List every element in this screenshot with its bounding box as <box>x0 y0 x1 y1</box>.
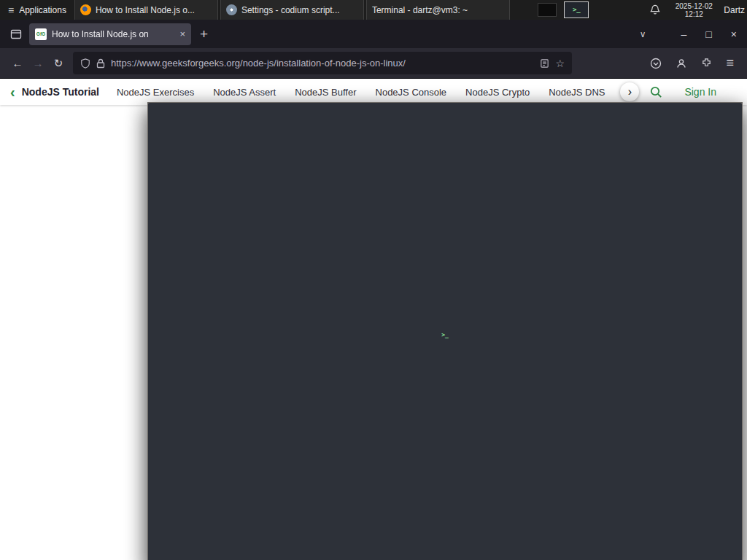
tutorial-title[interactable]: NodeJS Tutorial <box>22 86 99 98</box>
site-nav-header: ‹ NodeJS Tutorial NodeJS ExercisesNodeJS… <box>0 79 747 105</box>
panel-window-buttons: How to Install Node.js o...Settings - co… <box>74 0 512 20</box>
lock-icon[interactable] <box>96 58 105 69</box>
window-maximize-button[interactable]: □ <box>705 28 711 40</box>
applications-icon: ≡ <box>8 4 14 16</box>
site-nav-items: NodeJS ExercisesNodeJS AssertNodeJS Buff… <box>117 87 619 98</box>
clock-time: 12:12 <box>670 10 717 18</box>
tray-terminal-icon[interactable]: >_ <box>564 1 589 18</box>
sign-in-button[interactable]: Sign In <box>684 86 716 98</box>
reload-button[interactable]: ↻ <box>48 57 69 70</box>
menu-hamburger-icon[interactable]: ≡ <box>726 55 734 71</box>
site-nav-item[interactable]: NodeJS Crypto <box>465 87 530 98</box>
panel-window-title: How to Install Node.js o... <box>96 5 195 15</box>
top-panel: ≡ Applications How to Install Node.js o.… <box>0 0 747 20</box>
pocket-icon[interactable] <box>650 58 662 69</box>
panel-clock[interactable]: 2025-12-02 12:12 <box>670 2 717 18</box>
panel-window-title: Settings - codium script... <box>241 5 340 15</box>
new-tab-button[interactable]: + <box>200 26 208 42</box>
panel-window-title: Terminal - dartz@vm3: ~ <box>372 5 468 15</box>
settings-icon <box>226 4 237 15</box>
site-nav-item[interactable]: NodeJS Buffer <box>295 87 356 98</box>
nav-back-chevron-icon[interactable]: ‹ <box>10 85 15 99</box>
browser-tab-bar: GfG How to Install Node.js on × + ∨ – □ … <box>0 20 747 48</box>
url-text[interactable]: https://www.geeksforgeeks.org/node-js/in… <box>111 58 534 69</box>
site-nav-item[interactable]: NodeJS DNS <box>549 87 605 98</box>
window-minimize-button[interactable]: – <box>681 28 687 40</box>
back-button[interactable]: ← <box>7 57 28 69</box>
panel-window-button-terminal[interactable]: >_Terminal - dartz@vm3: ~ <box>366 0 510 20</box>
notification-bell-icon[interactable] <box>650 4 660 15</box>
site-nav-item[interactable]: NodeJS Console <box>376 87 447 98</box>
browser-tab[interactable]: GfG How to Install Node.js on × <box>29 23 191 45</box>
firefox-icon <box>80 4 91 15</box>
list-all-tabs-icon[interactable]: ∨ <box>640 29 646 39</box>
desktop: ≡ Applications How to Install Node.js o.… <box>0 0 747 560</box>
firefox-view-icon[interactable] <box>10 28 22 40</box>
forward-button[interactable]: → <box>28 57 48 69</box>
panel-window-button-settings[interactable]: Settings - codium script... <box>220 0 364 20</box>
window-close-button[interactable]: × <box>731 28 737 40</box>
terminal-glyph-icon: >_ <box>573 7 581 13</box>
applications-menu-button[interactable]: ≡ Applications <box>0 0 74 20</box>
site-nav-item[interactable]: NodeJS Exercises <box>117 87 194 98</box>
nav-next-chevron-button[interactable]: › <box>620 82 639 101</box>
panel-user-label[interactable]: Dartz <box>724 5 745 15</box>
account-icon[interactable] <box>676 58 687 69</box>
applications-label: Applications <box>19 5 66 15</box>
bookmark-star-icon[interactable]: ☆ <box>555 58 565 69</box>
site-favicon-icon: GfG <box>35 28 47 40</box>
tray-icon-box[interactable] <box>538 3 557 17</box>
search-icon[interactable] <box>649 85 662 98</box>
site-nav-item[interactable]: NodeJS Assert <box>213 87 276 98</box>
extensions-icon[interactable] <box>701 58 712 69</box>
reader-mode-icon[interactable] <box>540 58 549 69</box>
tracking-shield-icon[interactable] <box>80 58 90 69</box>
url-bar[interactable]: https://www.geeksforgeeks.org/node-js/in… <box>73 52 572 74</box>
panel-window-button-firefox[interactable]: How to Install Node.js o... <box>74 0 218 20</box>
tab-close-icon[interactable]: × <box>179 28 185 39</box>
browser-toolbar: ← → ↻ https://www.geeksforgeeks.org/node… <box>0 48 747 79</box>
window-controls: – □ × <box>681 28 737 40</box>
tab-title: How to Install Node.js on <box>52 29 174 39</box>
clock-date: 2025-12-02 <box>670 2 717 10</box>
toolbar-right-icons: ≡ <box>650 55 740 71</box>
